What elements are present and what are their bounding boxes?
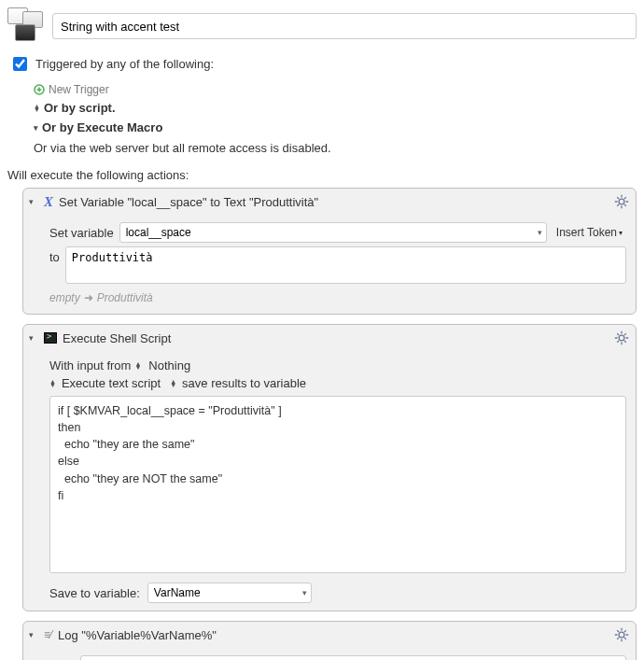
terminal-icon <box>44 332 57 344</box>
svg-point-1 <box>619 199 624 204</box>
actions-section-label: Will execute the following actions: <box>7 168 637 182</box>
plus-circle-icon <box>34 84 45 95</box>
variable-icon: X <box>44 194 53 210</box>
insert-token-button[interactable]: Insert Token ▾ <box>553 224 626 241</box>
svg-point-2 <box>619 335 624 341</box>
or-by-script[interactable]: ▲▼ Or by script. <box>34 98 637 118</box>
or-by-execute-macro[interactable]: ▾ Or by Execute Macro <box>34 118 637 137</box>
action-log: ▾ ≡⁄ Log "%Variable%VarName%" Text: ▾ <box>22 621 637 660</box>
action-title: Execute Shell Script <box>63 331 608 345</box>
variable-name-input[interactable] <box>119 222 547 243</box>
action-execute-shell-script: ▾ Execute Shell Script With input from ▲… <box>22 324 637 611</box>
gear-icon[interactable] <box>613 330 630 346</box>
save-results-option[interactable]: ▲▼ save results to variable <box>170 376 306 390</box>
triggered-checkbox[interactable] <box>13 57 27 71</box>
save-to-variable-label: Save to variable: <box>49 586 140 600</box>
save-variable-input[interactable] <box>147 583 312 603</box>
triggered-label: Triggered by any of the following: <box>35 57 214 71</box>
input-from-value[interactable]: Nothing <box>148 358 190 372</box>
action-title: Log "%Variable%VarName%" <box>58 628 608 642</box>
svg-point-3 <box>619 632 624 638</box>
log-text-input[interactable] <box>80 655 626 660</box>
collapse-toggle[interactable]: ▾ <box>29 197 38 206</box>
gear-icon[interactable] <box>613 626 630 643</box>
execute-text-script-option[interactable]: ▲▼ Execute text script <box>49 376 161 390</box>
input-from-label: With input from <box>49 358 131 372</box>
updown-icon: ▲▼ <box>34 105 40 112</box>
updown-icon: ▲▼ <box>49 380 56 387</box>
collapse-toggle[interactable]: ▾ <box>29 333 38 343</box>
gear-icon[interactable] <box>613 193 630 210</box>
summary-line: empty ➜ Produttività <box>49 288 626 306</box>
or-via-web: Or via the web server but all remote acc… <box>34 137 637 159</box>
macro-title-input[interactable] <box>52 13 637 39</box>
updown-icon: ▲▼ <box>170 380 176 387</box>
set-variable-label: Set variable <box>49 226 114 240</box>
updown-icon[interactable]: ▲▼ <box>134 362 141 370</box>
collapse-toggle[interactable]: ▾ <box>29 630 38 639</box>
macro-icon <box>7 7 45 45</box>
new-trigger-button[interactable]: New Trigger <box>34 81 637 98</box>
script-textarea[interactable]: if [ $KMVAR_local__space = "Produttività… <box>49 396 626 573</box>
action-set-variable: ▾ X Set Variable "local__space" to Text … <box>22 188 637 315</box>
to-label: to <box>49 246 60 264</box>
action-title: Set Variable "local__space" to Text "Pro… <box>59 195 608 209</box>
chevron-down-icon: ▾ <box>34 123 38 133</box>
log-icon: ≡⁄ <box>44 628 52 641</box>
chevron-down-icon: ▾ <box>619 229 623 237</box>
to-value-input[interactable]: Produttività <box>65 246 626 284</box>
